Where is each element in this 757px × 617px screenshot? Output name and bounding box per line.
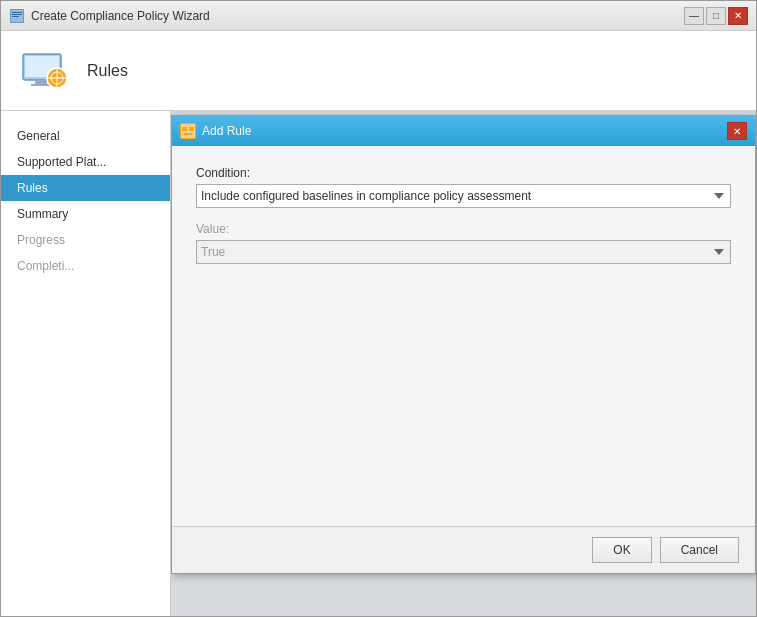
svg-rect-2	[12, 12, 22, 13]
wizard-nav: General Supported Plat... Rules Summary …	[1, 111, 171, 616]
value-label: Value:	[196, 222, 731, 236]
title-bar-left: Create Compliance Policy Wizard	[9, 8, 210, 24]
window-title: Create Compliance Policy Wizard	[31, 9, 210, 23]
nav-item-progress: Progress	[1, 227, 170, 253]
dialog-body: Condition: Include configured baselines …	[172, 146, 755, 526]
svg-rect-15	[182, 127, 187, 131]
condition-select[interactable]: Include configured baselines in complian…	[196, 184, 731, 208]
wizard-header: Rules	[1, 31, 756, 111]
title-bar-controls: — □ ✕	[684, 7, 748, 25]
nav-item-general[interactable]: General	[1, 123, 170, 149]
ok-button[interactable]: OK	[592, 537, 651, 563]
dialog-title-bar: Add Rule ✕	[172, 116, 755, 146]
nav-item-supported-platforms[interactable]: Supported Plat...	[1, 149, 170, 175]
dialog-title-text: Add Rule	[202, 124, 251, 138]
svg-rect-8	[31, 84, 51, 86]
dialog-icon	[180, 123, 196, 139]
wizard-header-icon	[21, 46, 71, 96]
nav-item-rules[interactable]: Rules	[1, 175, 170, 201]
dialog-overlay: Add Rule ✕ Condition: Include configured…	[171, 111, 756, 616]
value-select[interactable]: TrueFalse	[196, 240, 731, 264]
title-bar: Create Compliance Policy Wizard — □ ✕	[1, 1, 756, 31]
dialog-footer: OK Cancel	[172, 526, 755, 573]
maximize-button[interactable]: □	[706, 7, 726, 25]
svg-rect-17	[184, 133, 192, 135]
dialog-close-button[interactable]: ✕	[727, 122, 747, 140]
window-close-button[interactable]: ✕	[728, 7, 748, 25]
window-icon	[9, 8, 25, 24]
svg-rect-4	[12, 16, 19, 17]
svg-rect-16	[189, 127, 194, 131]
wizard-body: General Supported Plat... Rules Summary …	[1, 111, 756, 616]
svg-rect-7	[35, 80, 47, 84]
nav-item-summary[interactable]: Summary	[1, 201, 170, 227]
cancel-button[interactable]: Cancel	[660, 537, 739, 563]
wizard-content: Specify the rules for a compliant device	[171, 111, 756, 616]
minimize-button[interactable]: —	[684, 7, 704, 25]
wizard-window: Create Compliance Policy Wizard — □ ✕ R	[0, 0, 757, 617]
condition-label: Condition:	[196, 166, 731, 180]
wizard-header-title: Rules	[87, 62, 128, 80]
value-group: Value: TrueFalse	[196, 222, 731, 264]
nav-item-completion: Completi...	[1, 253, 170, 279]
svg-rect-3	[12, 14, 22, 15]
add-rule-dialog: Add Rule ✕ Condition: Include configured…	[171, 115, 756, 574]
dialog-title-left: Add Rule	[180, 123, 251, 139]
condition-group: Condition: Include configured baselines …	[196, 166, 731, 208]
